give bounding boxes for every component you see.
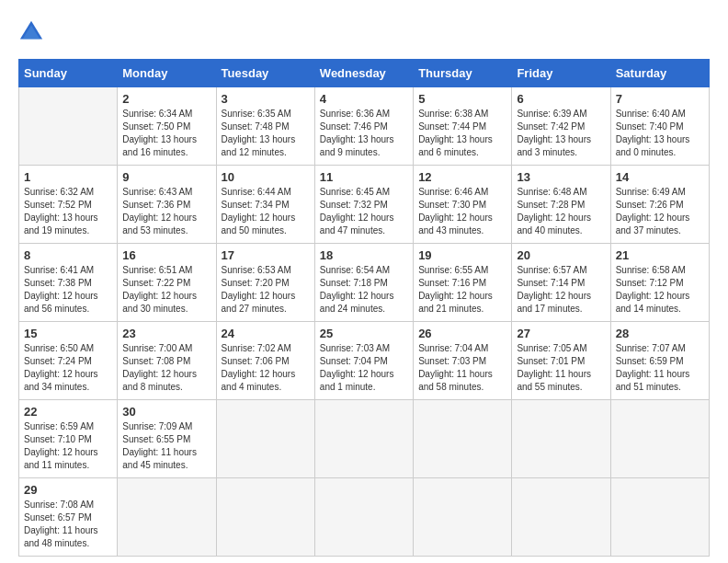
day-number: 20 [517, 248, 605, 262]
calendar-week-2: 1Sunrise: 6:32 AM Sunset: 7:52 PM Daylig… [19, 166, 710, 244]
col-header-wednesday: Wednesday [314, 60, 413, 87]
day-number: 14 [616, 170, 704, 184]
calendar-cell: 7Sunrise: 6:40 AM Sunset: 7:40 PM Daylig… [610, 87, 709, 166]
calendar-cell: 29Sunrise: 7:08 AM Sunset: 6:57 PM Dayli… [19, 478, 118, 557]
calendar-cell: 16Sunrise: 6:51 AM Sunset: 7:22 PM Dayli… [118, 244, 216, 322]
calendar-header-row: SundayMondayTuesdayWednesdayThursdayFrid… [19, 60, 710, 87]
day-number: 26 [418, 327, 506, 340]
day-number: 29 [24, 483, 112, 497]
day-number: 27 [517, 327, 605, 340]
calendar-cell [512, 400, 610, 478]
calendar-cell [414, 400, 512, 478]
calendar-cell: 19Sunrise: 6:55 AM Sunset: 7:16 PM Dayli… [414, 244, 512, 322]
calendar-cell: 22Sunrise: 6:59 AM Sunset: 7:10 PM Dayli… [19, 400, 118, 478]
calendar-cell: 1Sunrise: 6:32 AM Sunset: 7:52 PM Daylig… [19, 166, 118, 244]
day-info: Sunrise: 6:51 AM Sunset: 7:22 PM Dayligh… [122, 264, 210, 316]
day-number: 16 [122, 248, 210, 262]
day-info: Sunrise: 6:38 AM Sunset: 7:44 PM Dayligh… [418, 108, 506, 159]
day-info: Sunrise: 6:35 AM Sunset: 7:48 PM Dayligh… [222, 108, 310, 159]
day-info: Sunrise: 6:44 AM Sunset: 7:34 PM Dayligh… [222, 186, 310, 237]
day-info: Sunrise: 6:41 AM Sunset: 7:38 PM Dayligh… [24, 264, 112, 316]
calendar-cell [314, 478, 413, 557]
day-info: Sunrise: 6:39 AM Sunset: 7:42 PM Dayligh… [517, 108, 605, 159]
calendar-cell [610, 400, 709, 478]
day-info: Sunrise: 6:57 AM Sunset: 7:14 PM Dayligh… [517, 264, 605, 316]
day-number: 1 [24, 170, 112, 184]
col-header-thursday: Thursday [414, 60, 512, 87]
day-info: Sunrise: 7:04 AM Sunset: 7:03 PM Dayligh… [418, 342, 506, 394]
calendar-cell: 25Sunrise: 7:03 AM Sunset: 7:04 PM Dayli… [314, 322, 413, 400]
day-info: Sunrise: 7:05 AM Sunset: 7:01 PM Dayligh… [517, 342, 605, 394]
day-info: Sunrise: 6:55 AM Sunset: 7:16 PM Dayligh… [418, 264, 506, 316]
calendar-cell: 2Sunrise: 6:34 AM Sunset: 7:50 PM Daylig… [118, 87, 216, 166]
day-number: 9 [122, 170, 210, 184]
calendar-cell: 23Sunrise: 7:00 AM Sunset: 7:08 PM Dayli… [118, 322, 216, 400]
day-info: Sunrise: 6:46 AM Sunset: 7:30 PM Dayligh… [418, 186, 506, 237]
day-info: Sunrise: 6:40 AM Sunset: 7:40 PM Dayligh… [616, 108, 704, 159]
calendar-cell [118, 478, 216, 557]
day-info: Sunrise: 7:03 AM Sunset: 7:04 PM Dayligh… [320, 342, 408, 394]
day-number: 28 [616, 327, 704, 340]
calendar-week-4: 15Sunrise: 6:50 AM Sunset: 7:24 PM Dayli… [19, 322, 710, 400]
calendar-cell: 6Sunrise: 6:39 AM Sunset: 7:42 PM Daylig… [512, 87, 610, 166]
day-number: 19 [418, 248, 506, 262]
day-number: 2 [122, 92, 210, 106]
calendar-cell: 26Sunrise: 7:04 AM Sunset: 7:03 PM Dayli… [414, 322, 512, 400]
calendar-cell: 27Sunrise: 7:05 AM Sunset: 7:01 PM Dayli… [512, 322, 610, 400]
day-info: Sunrise: 7:07 AM Sunset: 6:59 PM Dayligh… [616, 342, 704, 394]
logo [18, 18, 48, 44]
calendar-week-6: 29Sunrise: 7:08 AM Sunset: 6:57 PM Dayli… [19, 478, 710, 557]
day-info: Sunrise: 6:45 AM Sunset: 7:32 PM Dayligh… [320, 186, 408, 237]
calendar-cell [216, 400, 314, 478]
calendar-cell: 8Sunrise: 6:41 AM Sunset: 7:38 PM Daylig… [19, 244, 118, 322]
day-info: Sunrise: 6:50 AM Sunset: 7:24 PM Dayligh… [24, 342, 112, 394]
day-number: 17 [222, 248, 310, 262]
day-number: 5 [418, 92, 506, 106]
calendar-week-1: 2Sunrise: 6:34 AM Sunset: 7:50 PM Daylig… [19, 87, 710, 166]
day-info: Sunrise: 6:53 AM Sunset: 7:20 PM Dayligh… [222, 264, 310, 316]
calendar-cell: 21Sunrise: 6:58 AM Sunset: 7:12 PM Dayli… [610, 244, 709, 322]
day-number: 18 [320, 248, 408, 262]
calendar-cell [19, 87, 118, 166]
calendar-cell: 11Sunrise: 6:45 AM Sunset: 7:32 PM Dayli… [314, 166, 413, 244]
page-header [18, 18, 710, 44]
calendar-cell: 13Sunrise: 6:48 AM Sunset: 7:28 PM Dayli… [512, 166, 610, 244]
calendar-cell: 28Sunrise: 7:07 AM Sunset: 6:59 PM Dayli… [610, 322, 709, 400]
day-info: Sunrise: 6:54 AM Sunset: 7:18 PM Dayligh… [320, 264, 408, 316]
day-info: Sunrise: 6:36 AM Sunset: 7:46 PM Dayligh… [320, 108, 408, 159]
calendar-cell [414, 478, 512, 557]
day-info: Sunrise: 7:09 AM Sunset: 6:55 PM Dayligh… [122, 420, 210, 472]
col-header-saturday: Saturday [610, 60, 709, 87]
col-header-sunday: Sunday [19, 60, 118, 87]
day-number: 23 [122, 327, 210, 340]
calendar-cell [610, 478, 709, 557]
day-info: Sunrise: 6:58 AM Sunset: 7:12 PM Dayligh… [616, 264, 704, 316]
day-number: 13 [517, 170, 605, 184]
calendar-cell: 14Sunrise: 6:49 AM Sunset: 7:26 PM Dayli… [610, 166, 709, 244]
day-number: 6 [517, 92, 605, 106]
calendar-cell: 12Sunrise: 6:46 AM Sunset: 7:30 PM Dayli… [414, 166, 512, 244]
logo-icon [18, 18, 44, 44]
day-number: 11 [320, 170, 408, 184]
calendar-cell: 5Sunrise: 6:38 AM Sunset: 7:44 PM Daylig… [414, 87, 512, 166]
day-number: 4 [320, 92, 408, 106]
col-header-tuesday: Tuesday [216, 60, 314, 87]
calendar-cell [216, 478, 314, 557]
day-number: 8 [24, 248, 112, 262]
calendar-cell [512, 478, 610, 557]
day-number: 21 [616, 248, 704, 262]
day-info: Sunrise: 6:48 AM Sunset: 7:28 PM Dayligh… [517, 186, 605, 237]
calendar-cell: 10Sunrise: 6:44 AM Sunset: 7:34 PM Dayli… [216, 166, 314, 244]
calendar-cell: 15Sunrise: 6:50 AM Sunset: 7:24 PM Dayli… [19, 322, 118, 400]
day-info: Sunrise: 6:59 AM Sunset: 7:10 PM Dayligh… [24, 420, 112, 472]
day-info: Sunrise: 6:43 AM Sunset: 7:36 PM Dayligh… [122, 186, 210, 237]
day-info: Sunrise: 7:00 AM Sunset: 7:08 PM Dayligh… [122, 342, 210, 394]
day-number: 30 [122, 405, 210, 419]
day-info: Sunrise: 6:32 AM Sunset: 7:52 PM Dayligh… [24, 186, 112, 237]
day-info: Sunrise: 6:49 AM Sunset: 7:26 PM Dayligh… [616, 186, 704, 237]
day-number: 15 [24, 327, 112, 340]
day-number: 25 [320, 327, 408, 340]
calendar-cell: 18Sunrise: 6:54 AM Sunset: 7:18 PM Dayli… [314, 244, 413, 322]
day-info: Sunrise: 7:08 AM Sunset: 6:57 PM Dayligh… [24, 499, 112, 550]
calendar-cell: 20Sunrise: 6:57 AM Sunset: 7:14 PM Dayli… [512, 244, 610, 322]
